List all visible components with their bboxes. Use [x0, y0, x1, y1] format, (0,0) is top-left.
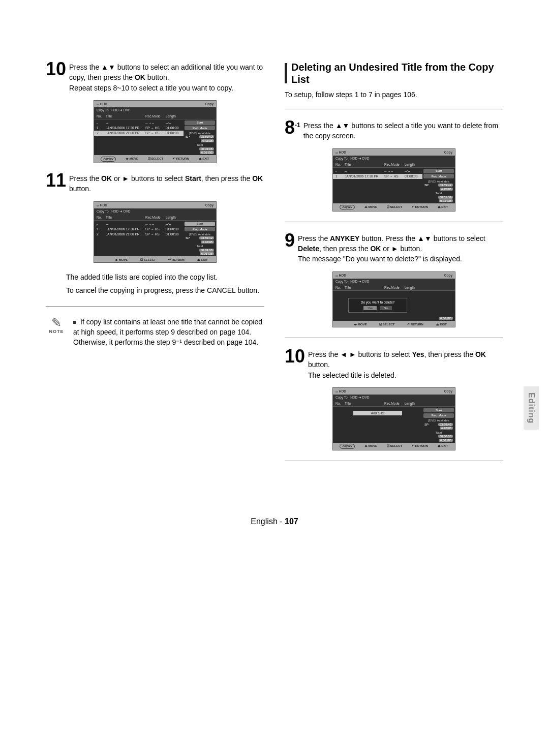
step-text: Press the OK or ► buttons to select Star…: [69, 172, 264, 194]
copy-screen-two-titles: ▭ HDDCopy Copy To : HDD ➜ DVD No.TitleRe…: [94, 100, 217, 163]
page-footer: English - 107: [46, 517, 503, 526]
copy-screen-delete-dialog: ▭ HDDCopy Copy To : HDD ➜ DVD No.TitleRe…: [332, 271, 455, 328]
step-number: 10: [46, 61, 66, 77]
left-column: 10 Press the ▲▼ buttons to select an add…: [46, 61, 264, 471]
divider: [285, 222, 503, 222]
step-10-left: 10 Press the ▲▼ buttons to select an add…: [46, 61, 264, 93]
copy-screen-empty: ▭ HDDCopy Copy To : HDD ➜ DVD No.TitleRe…: [332, 387, 455, 450]
step-text: Press the ▲▼ buttons to select an additi…: [69, 61, 264, 93]
step-number: 9: [285, 232, 295, 249]
section-heading: Deleting an Undesired Title from the Cop…: [285, 61, 503, 85]
divider: [285, 109, 503, 109]
note-block: ✎ NOTE If copy list contains at least on…: [46, 317, 264, 348]
note-icon: ✎ NOTE: [46, 317, 67, 334]
step-number: 11: [46, 172, 66, 189]
divider: [285, 461, 503, 461]
side-tab-editing: Editing: [524, 386, 539, 430]
step-number: 10: [285, 348, 305, 365]
note-text: If copy list contains at least one title…: [73, 317, 264, 348]
divider: [285, 338, 503, 338]
step-11: 11 Press the OK or ► buttons to select S…: [46, 172, 264, 194]
copy-screen-one-title: ▭ HDDCopy Copy To : HDD ➜ DVD No.TitleRe…: [332, 148, 455, 211]
step-9: 9 Press the ANYKEY button. Press the ▲▼ …: [285, 232, 503, 264]
section-bar-icon: [285, 63, 287, 83]
step-text: Press the ANYKEY button. Press the ▲▼ bu…: [298, 232, 503, 264]
setup-reference: To setup, follow steps 1 to 7 in pages 1…: [285, 90, 503, 99]
copy-screen-start-highlight: ▭ HDDCopy Copy To : HDD ➜ DVD No.TitleRe…: [94, 201, 217, 263]
divider: [46, 306, 264, 307]
copy-result-text: The added title lists are copied into th…: [66, 272, 264, 282]
cancel-text: To cancel the copying in progress, press…: [66, 285, 264, 295]
right-column: Deleting an Undesired Title from the Cop…: [285, 61, 503, 471]
step-8-1: 8-1 Press the ▲▼ buttons to select a tit…: [285, 119, 503, 141]
step-text: Press the ▲▼ buttons to select a title y…: [303, 119, 503, 141]
step-number: 8-1: [285, 119, 300, 136]
step-10-right: 10 Press the ◄ ► buttons to select Yes, …: [285, 348, 503, 380]
manual-page: 10 Press the ▲▼ buttons to select an add…: [25, 0, 524, 502]
section-title: Deleting an Undesired Title from the Cop…: [291, 61, 503, 85]
step-text: Press the ◄ ► buttons to select Yes, the…: [308, 348, 503, 380]
